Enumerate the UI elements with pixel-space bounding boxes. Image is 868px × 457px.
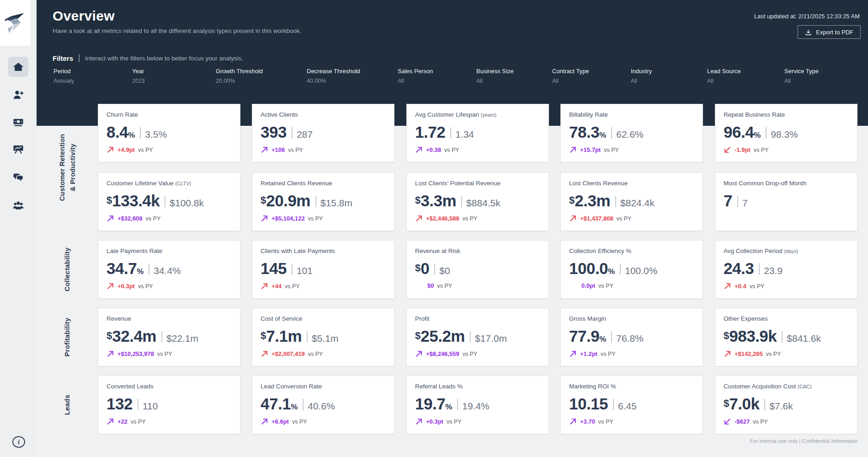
kpi-card-title: Customer Acquisition Cost (CAC) (724, 383, 849, 390)
filter-decrease-threshold[interactable]: Decrease Threshold 40.00% (307, 68, 360, 84)
trend-arrow-icon (107, 418, 114, 425)
filter-business-size[interactable]: Business Size All (476, 68, 514, 84)
kpi-change: +44 vs PY (261, 282, 386, 290)
kpi-card-title: Revenue at Risk (415, 247, 540, 254)
kpi-change: $0 vs PY (415, 282, 540, 289)
kpi-card-title: Converted Leads (107, 383, 232, 390)
filter-value[interactable]: All (784, 78, 819, 84)
filter-label: Decrease Threshold (307, 68, 360, 75)
kpi-change: 0.0pt vs PY (569, 282, 694, 289)
app-logo[interactable] (0, 0, 30, 46)
kpi-card-revenue[interactable]: Revenue $32.4m$22.1m +$10,253,978 vs PY (98, 308, 240, 366)
kpi-value: $983.9k$841.6k (724, 327, 849, 345)
kpi-card-collection-efficiency[interactable]: Collection Efficiency % 100.0%100.0% 0.0… (560, 240, 703, 299)
svg-text:i: i (18, 439, 20, 446)
kpi-value: $0$0 (415, 259, 540, 278)
trend-arrow-icon (107, 215, 114, 222)
trend-arrow-icon (107, 282, 114, 290)
trend-arrow-icon (261, 146, 268, 154)
kpi-change: +$2,007,419 vs PY (261, 350, 386, 358)
kpi-card-title: Referral Leads % (415, 383, 540, 390)
kpi-value: 96.4%98.3% (724, 123, 849, 141)
last-updated-text: Last updated at: 2/21/2025 12:33:25 AM (754, 13, 860, 20)
kpi-card-avg-customer-lifespan[interactable]: Avg Customer Lifespan (years) 1.721.34 +… (406, 104, 549, 162)
export-to-pdf-button[interactable]: Export to PDF (798, 25, 861, 39)
filter-value[interactable]: 40.00% (307, 78, 360, 84)
kpi-card-marketing-roi[interactable]: Marketing ROI % 10.156.45 +3.70 vs PY (560, 376, 703, 434)
kpi-card-lead-conversion-rate[interactable]: Lead Conversion Rate 47.1%40.6% +6.6pt v… (252, 376, 394, 434)
kpi-card-customer-lifetime-value[interactable]: Customer Lifetime Value (CLTV) $133.4k$1… (98, 172, 240, 231)
kpi-card-title: Lead Conversion Rate (261, 383, 386, 390)
trend-arrow-icon (724, 282, 731, 290)
filter-value[interactable]: All (552, 78, 589, 84)
people-group-icon (12, 199, 24, 211)
kpi-change: +$142,265 vs PY (724, 350, 849, 358)
kpi-change: +3.70 vs PY (569, 418, 694, 425)
kpi-value: 1.721.34 (415, 123, 540, 141)
kpi-card-avg-collection-period[interactable]: Avg Collection Period (days) 24.323.9 +0… (715, 240, 857, 299)
sidebar-item-payments[interactable] (8, 112, 28, 132)
filter-value[interactable]: All (398, 78, 433, 84)
filter-period[interactable]: Period Annualy (53, 68, 74, 84)
filter-value[interactable]: 20.00% (216, 78, 263, 84)
filter-lead-source[interactable]: Lead Source All (707, 68, 741, 84)
kpi-value: $25.2m$17.0m (415, 327, 540, 345)
filter-service-type[interactable]: Service Type All (784, 68, 819, 84)
trend-arrow-icon (415, 146, 423, 154)
trend-arrow-icon (569, 418, 577, 425)
kpi-card-billability-rate[interactable]: Billability Rate 78.3%62.6% +15.7pt vs P… (560, 104, 703, 162)
kpi-card-title: Lost Clients’ Potential Revenue (415, 180, 540, 187)
kpi-change: +$10,253,978 vs PY (107, 350, 232, 358)
kpi-value: 78.3%62.6% (569, 123, 694, 141)
home-icon (12, 61, 24, 73)
kpi-card-title: Revenue (107, 315, 232, 322)
kpi-card-revenue-at-risk[interactable]: Revenue at Risk $0$0 $0 vs PY (406, 240, 549, 299)
kpi-card-late-payments-rate[interactable]: Late Payments Rate 34.7%34.4% +0.3pt vs … (98, 240, 240, 299)
filter-value[interactable]: All (707, 78, 741, 84)
kpi-card-retained-clients-revenue[interactable]: Retained Clients Revenue $20.9m$15.8m +$… (252, 172, 394, 231)
kpi-change: +1.2pt vs PY (569, 350, 694, 358)
filter-value[interactable]: All (476, 78, 514, 84)
filter-growth-threshold[interactable]: Growth Threshold 20.00% (216, 68, 263, 84)
kpi-card-clients-with-late-payments[interactable]: Clients with Late Payments 145101 +44 vs… (252, 240, 394, 299)
filter-value[interactable]: Annualy (53, 78, 74, 84)
person-add-icon (12, 89, 24, 101)
kpi-card-most-common-drop-off-month[interactable]: Most Common Drop-off Month 77 (715, 172, 857, 231)
kpi-card-customer-acquisition-cost[interactable]: Customer Acquisition Cost (CAC) $7.0k$7.… (715, 376, 857, 434)
kpi-card-churn-rate[interactable]: Churn Rate 8.4%3.5% +4.9pt vs PY (98, 104, 240, 162)
kpi-card-title: Repeat Business Rate (724, 111, 849, 118)
kpi-card-title: Lost Clients Revenue (569, 180, 694, 187)
filter-year[interactable]: Year 2023 (132, 68, 145, 84)
kpi-card-lost-clients-revenue[interactable]: Lost Clients Revenue $2.3m$824.4k +$1,43… (560, 172, 703, 231)
kpi-card-cost-of-service[interactable]: Cost of Service $7.1m$5.1m +$2,007,419 v… (252, 308, 394, 366)
kpi-card-title: Billability Rate (569, 111, 694, 118)
kpi-change: -1.9pt vs PY (724, 146, 849, 154)
sidebar-item-conversations[interactable] (8, 167, 28, 187)
kpi-card-active-clients[interactable]: Active Clients 393287 +106 vs PY (252, 104, 394, 162)
kpi-card-repeat-business-rate[interactable]: Repeat Business Rate 96.4%98.3% -1.9pt v… (715, 104, 857, 162)
download-icon (805, 29, 812, 36)
filter-value[interactable]: All (631, 78, 652, 84)
kpi-card-lost-clients-potential-revenue[interactable]: Lost Clients’ Potential Revenue $3.3m$88… (406, 172, 549, 231)
kpi-card-profit[interactable]: Profit $25.2m$17.0m +$8,246,559 vs PY (406, 308, 549, 366)
info-button[interactable]: i (11, 435, 26, 449)
sidebar-item-home[interactable] (8, 57, 28, 77)
trend-arrow-icon (261, 282, 268, 290)
sidebar-item-clients[interactable] (8, 195, 28, 215)
filters-divider (79, 54, 80, 62)
filter-value[interactable]: 2023 (132, 78, 145, 84)
kpi-card-referral-leads[interactable]: Referral Leads % 19.7%19.4% +0.3pt vs PY (406, 376, 549, 434)
sidebar-item-performance[interactable] (8, 139, 28, 159)
kpi-change: +0.38 vs PY (415, 146, 540, 154)
sidebar-item-add-client[interactable] (8, 85, 28, 105)
filter-contract-type[interactable]: Contract Type All (552, 68, 589, 84)
kpi-change: +22 vs PY (107, 418, 232, 425)
filter-industry[interactable]: Industry All (631, 68, 652, 84)
filter-sales-person[interactable]: Sales Person All (398, 68, 433, 84)
footer-note: For internal use only | Confidential Inf… (750, 438, 857, 444)
kpi-card-converted-leads[interactable]: Converted Leads 132110 +22 vs PY (98, 376, 240, 434)
kpi-card-gross-margin[interactable]: Gross Margin 77.9%76.8% +1.2pt vs PY (560, 308, 703, 366)
filter-label: Period (53, 68, 74, 75)
kpi-card-title: Avg Collection Period (days) (724, 247, 849, 254)
kpi-card-other-expenses[interactable]: Other Expenses $983.9k$841.6k +$142,265 … (715, 308, 857, 366)
